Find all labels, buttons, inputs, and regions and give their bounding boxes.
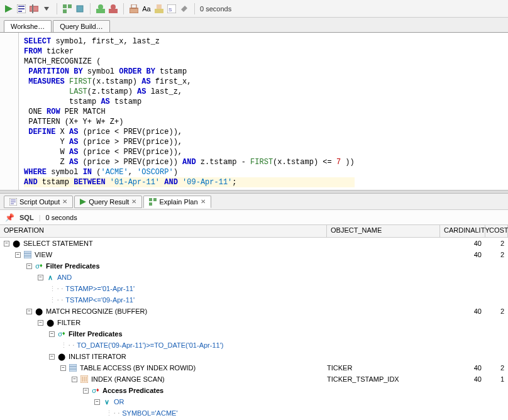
collapse-icon[interactable]: − <box>26 263 32 269</box>
plan-row[interactable]: −∧AND <box>0 272 508 283</box>
close-icon[interactable]: ✕ <box>131 198 136 205</box>
tree-line: ⋮·· <box>49 296 64 304</box>
svg-rect-3 <box>18 8 25 9</box>
collapse-icon[interactable]: − <box>38 275 43 280</box>
toolbar: Aa S 0 seconds <box>0 0 508 18</box>
plan-row[interactable]: ⋮··SYMBOL='ACME' <box>0 407 508 419</box>
svg-rect-10 <box>63 9 67 13</box>
col-cardinality[interactable]: CARDINALITY <box>440 225 485 237</box>
svg-rect-4 <box>18 11 22 12</box>
filter-icon: σ♦ <box>57 330 66 338</box>
collapse-icon[interactable]: − <box>49 354 55 360</box>
svg-rect-6 <box>32 4 33 13</box>
sql-text[interactable]: SELECT symbol, first_x, last_z FROM tick… <box>19 33 360 190</box>
run-icon[interactable] <box>4 4 14 14</box>
toolbar-time: 0 seconds <box>200 5 231 13</box>
tab-querybuilder[interactable]: Query Build… <box>53 20 109 32</box>
collapse-icon[interactable]: − <box>72 377 77 382</box>
collapse-icon[interactable]: − <box>26 309 32 314</box>
plan-row[interactable]: −σ♦Filter Predicates <box>0 328 508 340</box>
svg-text:S: S <box>168 7 172 13</box>
and-icon: ∧ <box>46 274 55 282</box>
commit-icon[interactable] <box>75 4 85 14</box>
pin-icon[interactable]: 📌 <box>5 213 14 222</box>
svg-rect-2 <box>18 6 25 7</box>
col-object[interactable]: OBJECT_NAME <box>327 225 440 237</box>
collapse-icon[interactable]: − <box>83 388 89 394</box>
autotrace-icon[interactable] <box>29 4 39 14</box>
tab-worksheet[interactable]: Workshe… <box>4 20 52 32</box>
plan-row[interactable]: ⋮··TSTAMP>='01-Apr-11' <box>0 283 508 294</box>
filter-icon: σ♦ <box>35 262 43 270</box>
close-icon[interactable]: ✕ <box>201 198 206 205</box>
svg-rect-9 <box>68 4 72 8</box>
svg-rect-33 <box>69 364 77 372</box>
node-icon: ⬤ <box>12 240 21 248</box>
collapse-icon[interactable]: − <box>15 252 21 258</box>
result-toolbar: 📌 SQL | 0 seconds <box>0 210 508 225</box>
unshared-icon[interactable] <box>129 4 139 14</box>
plan-tree: −⬤SELECT STATEMENT 40 2 −VIEW 40 2 −σ♦Fi… <box>0 238 508 420</box>
or-icon: ∨ <box>102 398 111 406</box>
svg-rect-14 <box>109 9 118 13</box>
tab-explain-plan[interactable]: Explain Plan ✕ <box>143 196 211 208</box>
run-script-icon[interactable] <box>16 4 26 14</box>
explain-icon[interactable] <box>62 4 72 14</box>
plan-row[interactable]: −⬤SELECT STATEMENT 40 2 <box>0 238 508 249</box>
tree-line: ⋮·· <box>49 285 64 293</box>
svg-rect-11 <box>77 6 83 12</box>
dropdown-icon[interactable] <box>41 4 52 14</box>
plan-row[interactable]: −⬤MATCH RECOGNIZE (BUFFER) 40 2 <box>0 306 508 317</box>
svg-point-13 <box>98 4 103 9</box>
node-icon: ⬤ <box>46 319 55 327</box>
plan-row[interactable]: −⬤INLIST ITERATOR <box>0 351 508 362</box>
plan-row[interactable]: −∨OR <box>0 396 508 407</box>
result-tabbar: Script Output ✕ Query Result ✕ Explain P… <box>0 194 508 210</box>
svg-rect-16 <box>130 8 138 13</box>
plan-row[interactable]: ⋮··TO_DATE('09-Apr-11')>=TO_DATE('01-Apr… <box>0 340 508 351</box>
case-icon[interactable]: Aa <box>141 4 152 14</box>
svg-point-15 <box>111 4 116 9</box>
collapse-icon[interactable]: − <box>38 320 43 326</box>
col-operation[interactable]: OPERATION <box>0 225 327 237</box>
run-small-icon <box>80 199 86 205</box>
table-icon <box>23 251 32 258</box>
plan-row[interactable]: ⋮··TSTAMP<='09-Apr-11' <box>0 294 508 306</box>
tree-icon <box>149 198 157 206</box>
svg-rect-5 <box>30 6 38 11</box>
svg-rect-18 <box>155 9 163 13</box>
sqlhist-icon[interactable]: S <box>167 4 177 14</box>
worksheet-tabbar: Workshe… Query Build… <box>0 18 508 33</box>
plan-row[interactable]: −INDEX (RANGE SCAN) TICKER_TSTAMP_IDX 40… <box>0 373 508 385</box>
svg-rect-8 <box>63 4 67 8</box>
collapse-icon[interactable]: − <box>60 365 66 371</box>
col-cost[interactable]: COST <box>485 225 508 237</box>
rollback-icon[interactable] <box>108 4 118 14</box>
close-icon[interactable]: ✕ <box>62 198 67 205</box>
tab-query-result[interactable]: Query Result ✕ <box>74 196 142 208</box>
svg-rect-28 <box>153 198 157 201</box>
tab-explain-label: Explain Plan <box>159 198 197 206</box>
collapse-icon[interactable]: − <box>94 399 100 405</box>
plan-row[interactable]: −σ♦Filter Predicates <box>0 260 508 272</box>
plan-header: OPERATION OBJECT_NAME CARDINALITY COST <box>0 225 508 238</box>
svg-rect-17 <box>131 4 136 8</box>
tab-script-output[interactable]: Script Output ✕ <box>4 196 73 208</box>
sql-button[interactable]: SQL <box>19 214 34 221</box>
node-icon: ⬤ <box>35 307 43 316</box>
wrench-icon[interactable] <box>179 4 189 14</box>
svg-marker-7 <box>44 7 49 11</box>
commit2-icon[interactable] <box>96 4 106 14</box>
plan-row[interactable]: −⬤FILTER <box>0 317 508 328</box>
clear-icon[interactable] <box>154 4 164 14</box>
collapse-icon[interactable]: − <box>49 331 55 337</box>
node-icon: ⬤ <box>57 353 66 361</box>
plan-row[interactable]: −TABLE ACCESS (BY INDEX ROWID) TICKER 40… <box>0 362 508 373</box>
sql-editor[interactable]: SELECT symbol, first_x, last_z FROM tick… <box>0 33 508 190</box>
plan-row[interactable]: −VIEW 40 2 <box>0 249 508 260</box>
collapse-icon[interactable]: − <box>4 241 9 246</box>
script-output-icon <box>9 198 17 206</box>
tree-line: ⋮·· <box>106 409 121 417</box>
svg-rect-12 <box>96 9 105 13</box>
plan-row[interactable]: −σ♦Access Predicates <box>0 385 508 396</box>
